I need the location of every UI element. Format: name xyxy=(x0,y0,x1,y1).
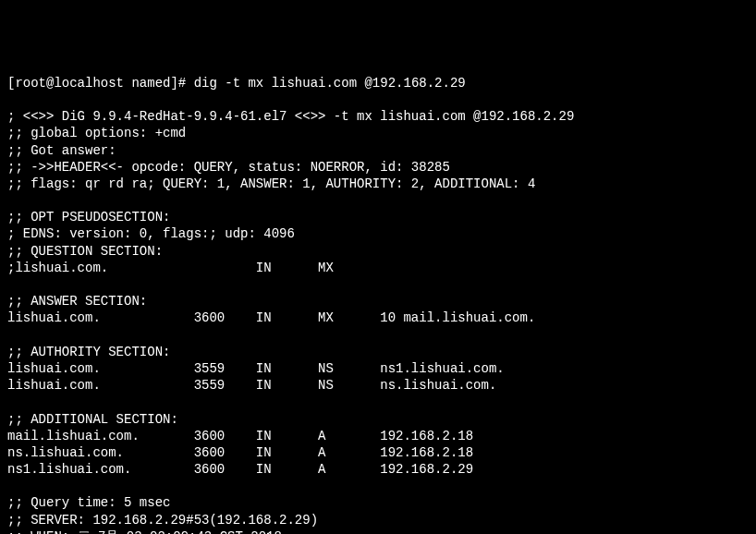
when-line: ;; WHEN: 二 7月 03 02:09:43 CST 2018 xyxy=(7,529,282,534)
flags-line: ;; flags: qr rd ra; QUERY: 1, ANSWER: 1,… xyxy=(7,176,535,191)
authority-record: lishuai.com. 3559 IN NS ns1.lishuai.com. xyxy=(7,361,505,376)
empty-line xyxy=(7,277,15,292)
question-section-header: ;; QUESTION SECTION: xyxy=(7,244,163,259)
prompt-line[interactable]: [root@localhost named]# dig -t mx lishua… xyxy=(7,76,466,91)
additional-record: ns1.lishuai.com. 3600 IN A 192.168.2.29 xyxy=(7,462,473,477)
answer-section-header: ;; ANSWER SECTION: xyxy=(7,294,147,309)
empty-line xyxy=(7,328,15,343)
additional-record: mail.lishuai.com. 3600 IN A 192.168.2.18 xyxy=(7,429,473,443)
authority-section-header: ;; AUTHORITY SECTION: xyxy=(7,345,170,359)
question-record: ;lishuai.com. IN MX xyxy=(7,261,334,275)
empty-line xyxy=(7,193,15,208)
opt-section-header: ;; OPT PSEUDOSECTION: xyxy=(7,210,170,225)
empty-line xyxy=(7,394,15,409)
query-time: ;; Query time: 5 msec xyxy=(7,495,170,510)
shell-command: dig -t mx lishuai.com @192.168.2.29 xyxy=(194,76,466,91)
dig-header: ; <<>> DiG 9.9.4-RedHat-9.9.4-61.el7 <<>… xyxy=(7,109,574,124)
authority-record: lishuai.com. 3559 IN NS ns.lishuai.com. xyxy=(7,378,496,393)
global-options: ;; global options: +cmd xyxy=(7,126,186,140)
shell-prompt: [root@localhost named]# xyxy=(7,76,194,91)
additional-section-header: ;; ADDITIONAL SECTION: xyxy=(7,412,178,427)
additional-record: ns.lishuai.com. 3600 IN A 192.168.2.18 xyxy=(7,445,473,460)
empty-line xyxy=(7,479,15,493)
got-answer: ;; Got answer: xyxy=(7,143,116,158)
answer-record: lishuai.com. 3600 IN MX 10 mail.lishuai.… xyxy=(7,310,535,325)
header-info: ;; ->>HEADER<<- opcode: QUERY, status: N… xyxy=(7,160,450,175)
empty-line xyxy=(7,92,15,107)
edns-line: ; EDNS: version: 0, flags:; udp: 4096 xyxy=(7,226,295,241)
server-line: ;; SERVER: 192.168.2.29#53(192.168.2.29) xyxy=(7,513,318,528)
